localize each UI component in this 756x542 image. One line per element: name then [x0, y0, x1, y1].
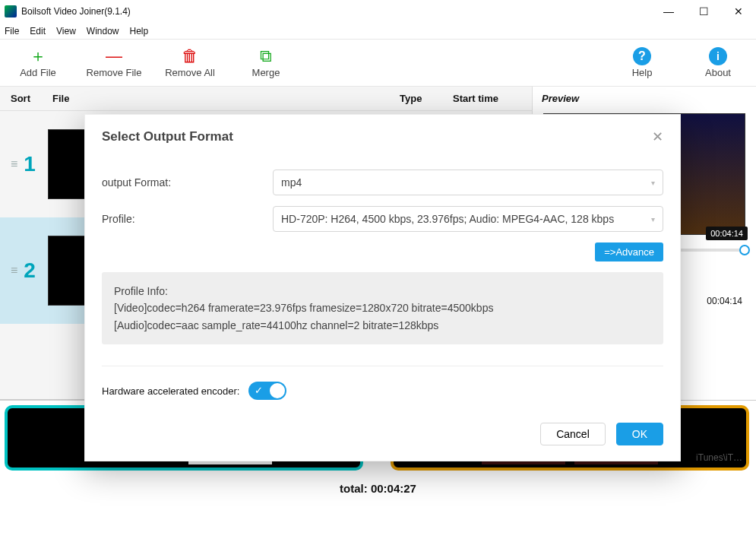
profile-info-video: [Video]codec=h264 framerate=23.976fps fr…: [114, 300, 651, 316]
hw-encoder-label: Hardware accelerated encoder:: [102, 385, 239, 397]
header-type[interactable]: Type: [400, 93, 453, 104]
menu-help[interactable]: Help: [130, 26, 149, 36]
output-format-select[interactable]: mp4 ▾: [273, 170, 663, 195]
app-title: Boilsoft Video Joiner(9.1.4): [21, 6, 131, 17]
drag-handle-icon[interactable]: ≡: [11, 157, 17, 171]
path-hint: iTunes\iT…: [696, 452, 742, 463]
profile-info-box: Profile Info: [Video]codec=h264 framerat…: [102, 272, 663, 344]
output-format-dialog: Select Output Format ✕ output Format: mp…: [84, 114, 681, 461]
chevron-down-icon: ▾: [651, 215, 655, 223]
titlebar: Boilsoft Video Joiner(9.1.4) — ☐ ✕: [0, 0, 756, 23]
menubar: File Edit View Window Help: [0, 23, 756, 40]
profile-value: HD-720P: H264, 4500 kbps, 23.976fps; Aud…: [281, 213, 614, 225]
drag-handle-icon[interactable]: ≡: [11, 264, 17, 277]
app-logo: [5, 5, 17, 17]
column-headers: Sort File Type Start time: [0, 87, 532, 111]
footer-total: total: 00:04:27: [0, 474, 756, 502]
merge-label: Merge: [228, 67, 304, 83]
row-number: 2: [24, 258, 45, 283]
help-icon: ?: [604, 46, 680, 67]
remove-all-label: Remove All: [152, 67, 228, 83]
preview-time-right: 00:04:14: [707, 296, 742, 306]
header-start[interactable]: Start time: [453, 93, 521, 104]
menu-window[interactable]: Window: [87, 26, 119, 36]
window-maximize-button[interactable]: ☐: [686, 0, 721, 23]
toggle-knob: [270, 383, 285, 398]
window-close-button[interactable]: ✕: [721, 0, 756, 23]
menu-file[interactable]: File: [5, 26, 19, 36]
profile-info-audio: [Audio]codec=aac sample_rate=44100hz cha…: [114, 317, 651, 334]
profile-info-title: Profile Info:: [114, 283, 651, 300]
merge-button[interactable]: ⧉ Merge: [228, 46, 304, 83]
trash-icon: 🗑: [152, 46, 228, 67]
preview-title: Preview: [533, 87, 756, 110]
output-format-label: output Format:: [102, 176, 273, 189]
add-file-label: Add File: [0, 67, 76, 83]
info-icon: i: [680, 46, 756, 67]
preview-time-badge: 00:04:14: [706, 227, 748, 240]
dialog-close-button[interactable]: ✕: [652, 128, 663, 145]
remove-file-label: Remove File: [76, 67, 152, 83]
cancel-button[interactable]: Cancel: [540, 423, 606, 445]
ok-button[interactable]: OK: [616, 423, 663, 445]
dialog-title: Select Output Format: [102, 129, 233, 144]
remove-all-button[interactable]: 🗑 Remove All: [152, 46, 228, 83]
advance-button[interactable]: =>Advance: [595, 242, 663, 261]
merge-icon: ⧉: [228, 46, 304, 67]
row-number: 1: [24, 152, 45, 176]
profile-select[interactable]: HD-720P: H264, 4500 kbps, 23.976fps; Aud…: [273, 206, 663, 232]
header-sort[interactable]: Sort: [11, 93, 52, 104]
menu-view[interactable]: View: [56, 26, 76, 36]
menu-edit[interactable]: Edit: [30, 26, 46, 36]
hw-encoder-toggle[interactable]: ✓: [248, 382, 286, 400]
chevron-down-icon: ▾: [651, 179, 655, 187]
plus-icon: ＋: [0, 46, 76, 67]
profile-label: Profile:: [102, 213, 273, 225]
header-file[interactable]: File: [52, 93, 400, 104]
slider-knob[interactable]: [739, 245, 750, 255]
add-file-button[interactable]: ＋ Add File: [0, 46, 76, 83]
toolbar: ＋ Add File — Remove File 🗑 Remove All ⧉ …: [0, 40, 756, 87]
output-format-value: mp4: [281, 176, 302, 189]
help-label: Help: [604, 67, 680, 83]
minus-icon: —: [76, 46, 152, 67]
window-minimize-button[interactable]: —: [651, 0, 686, 23]
help-button[interactable]: ? Help: [604, 46, 680, 83]
about-button[interactable]: i About: [680, 46, 756, 83]
check-icon: ✓: [255, 385, 263, 396]
remove-file-button[interactable]: — Remove File: [76, 46, 152, 83]
about-label: About: [680, 67, 756, 83]
